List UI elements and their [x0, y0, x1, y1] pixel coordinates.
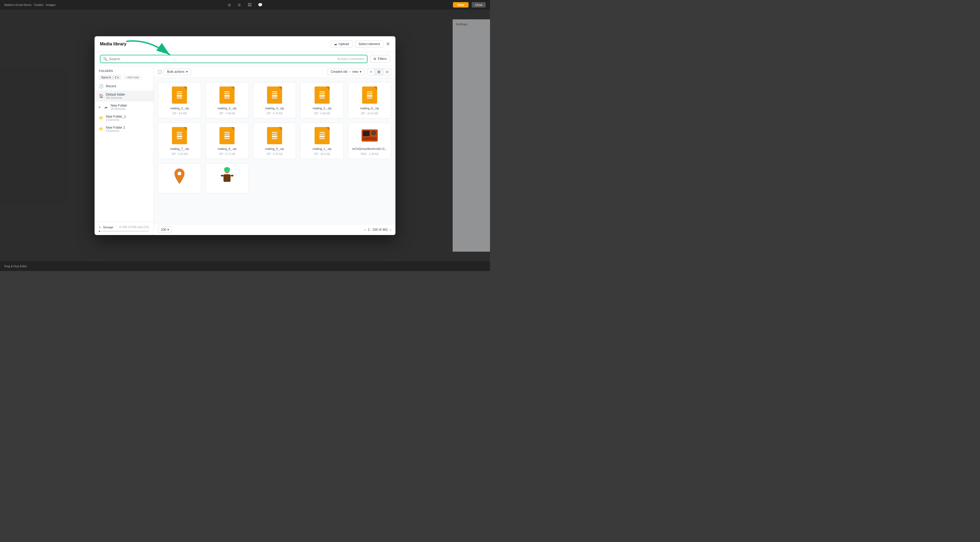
content-toolbar: Bulk actions ▾ Created old → new ▾ ≡: [154, 66, 395, 78]
select-all-checkbox[interactable]: [158, 70, 161, 73]
bottom-bar-editor-label: Drag & Drop Editor: [4, 265, 27, 268]
zip-file-icon: [315, 127, 329, 144]
svg-rect-2: [363, 131, 370, 136]
svg-point-6: [178, 172, 181, 175]
file-item[interactable]: mailing_4_.zip ZIP · 6.75 KB: [253, 82, 296, 118]
sort-chevron-icon: ▾: [360, 70, 361, 73]
file-item[interactable]: mailing_8_.zip ZIP · 5.71 KB: [205, 123, 249, 159]
file-item[interactable]: [158, 163, 201, 193]
file-item[interactable]: mailing_6_.zip ZIP · 10.15 KB: [348, 82, 391, 118]
per-page-select: 100 ▾: [158, 226, 172, 233]
pagination-next-button[interactable]: ›: [390, 227, 391, 232]
sidebar: Folders Name A → Z ▾ + Add folder 🕐 Re: [95, 66, 154, 235]
file-item[interactable]: mailing_3_.zip ZIP · 7.49 KB: [205, 82, 249, 118]
search-area: 🔍 At least 3 characters ⧉ Filters: [95, 52, 395, 66]
location-thumbnail: [174, 168, 185, 184]
file-grid: mailing_2_.zip ZIP · 6.8 KB mailing_3_.z…: [154, 78, 395, 224]
modal-header-actions: ☁ Upload Select element ✕: [331, 41, 390, 48]
upload-icon: ☁: [334, 42, 337, 46]
grid-view-button[interactable]: ⊞: [375, 68, 383, 75]
per-page-chevron-icon: ▾: [167, 228, 169, 232]
media-library-modal: Media library ☁ Upload Select element ✕: [95, 36, 395, 235]
search-icon: 🔍: [103, 57, 107, 61]
close-button[interactable]: Close: [472, 2, 486, 8]
svg-rect-9: [224, 174, 231, 182]
storage-bar: [99, 231, 149, 232]
sidebar-item-new-folder-1[interactable]: 📁 New Folder_1 0 Elements: [95, 113, 153, 124]
file-item[interactable]: mailing_1_.zip ZIP · 32.9 KB: [300, 123, 344, 159]
file-item[interactable]: mailing_2_.zip ZIP · 6.8 KB: [158, 82, 201, 118]
svg-point-8: [224, 167, 230, 172]
filter-icon: ⧉: [374, 57, 376, 61]
home-icon: 🏠: [99, 94, 103, 98]
clock-icon: 🕐: [99, 84, 103, 88]
search-input[interactable]: [109, 57, 337, 61]
editor-area: Settings Media library ☁ Upload Select e…: [0, 10, 490, 261]
modal-header: Media library ☁ Upload Select element ✕: [95, 36, 395, 52]
sidebar-item-default-folder[interactable]: 🏠 Default folder 465 Elements: [95, 91, 153, 102]
folder2-icon: 📁: [99, 127, 103, 131]
folder-controls: Name A → Z ▾ + Add folder: [95, 74, 153, 82]
select-element-button[interactable]: Select element: [355, 41, 383, 48]
bulk-actions-button[interactable]: Bulk actions ▾: [164, 68, 191, 75]
file-item[interactable]: [205, 163, 249, 193]
chat-icon[interactable]: 💬: [258, 3, 262, 7]
top-bar: Maileon Email Demo · Guides · Images ⊞ 🖥…: [0, 0, 490, 10]
sort-button[interactable]: Created old → new ▾: [327, 68, 365, 75]
storage-bar-fill: [99, 231, 100, 232]
svg-point-4: [372, 132, 375, 134]
sidebar-item-recent[interactable]: 🕐 Recent: [95, 82, 153, 91]
zip-file-icon: [172, 127, 187, 144]
file-item[interactable]: mailing_9_.zip ZIP · 9.75 KB: [253, 123, 296, 159]
monitor-icon[interactable]: 🖥: [237, 3, 241, 7]
zip-file-icon: [315, 86, 329, 104]
content-footer: 100 ▾ ‹ 1 - 100 of 462: [154, 224, 395, 235]
svg-rect-11: [231, 175, 234, 176]
folders-header: Folders: [95, 66, 153, 74]
folder-icon: 📁: [99, 116, 103, 120]
device-thumbnail: [360, 128, 379, 143]
sidebar-item-new-folder-2[interactable]: 📁 New Folder 1 9 Elements: [95, 124, 153, 135]
file-item[interactable]: mCHQmwz8tnohroAO-G... PNG · 1.39 KB: [348, 123, 391, 159]
file-item[interactable]: mailing_7_.zip ZIP · 5.32 KB: [158, 123, 201, 159]
zip-file-icon: [172, 86, 187, 104]
pagination: ‹ 1 - 100 of 462 ›: [364, 227, 391, 232]
content-area: Bulk actions ▾ Created old → new ▾ ≡: [154, 66, 395, 235]
add-folder-button[interactable]: + Add folder: [123, 75, 142, 80]
modal-close-button[interactable]: ✕: [386, 41, 390, 47]
upload-button[interactable]: ☁ Upload: [331, 41, 352, 48]
modal-body: Folders Name A → Z ▾ + Add folder 🕐 Re: [95, 66, 395, 235]
app-title: Maileon Email Demo · Guides · Images: [4, 3, 56, 6]
view-toggle: ≡ ⊞ ⊟: [368, 68, 391, 75]
svg-rect-10: [221, 175, 224, 176]
search-box: 🔍 At least 3 characters: [100, 55, 368, 63]
zip-file-icon: [220, 127, 234, 144]
svg-rect-5: [363, 138, 376, 140]
cloud-icon: ☁: [104, 105, 108, 109]
top-bar-right: Save Close: [453, 2, 486, 8]
zip-file-icon: [220, 86, 234, 104]
grid-icon[interactable]: ⊞: [228, 3, 231, 7]
save-button[interactable]: Save: [453, 2, 469, 8]
file-item[interactable]: mailing_5_.zip ZIP · 5.36 KB: [300, 82, 344, 118]
zip-file-icon: [267, 86, 282, 104]
bottom-bar: Drag & Drop Editor: [0, 261, 490, 271]
name-sort-button[interactable]: Name A → Z ▾: [99, 75, 121, 80]
zip-file-icon: [362, 86, 377, 104]
storage-icon: ≡: [99, 225, 101, 229]
bulk-chevron-icon: ▾: [186, 70, 188, 73]
sidebar-item-new-folder[interactable]: ▶ ☁ New Folder 25 Elements: [95, 102, 153, 113]
list-view-button[interactable]: ≡: [368, 68, 374, 75]
pagination-prev-button[interactable]: ‹: [364, 227, 366, 232]
compact-view-button[interactable]: ⊟: [383, 68, 391, 75]
top-bar-center: ⊞ 🖥 🖼 💬: [228, 3, 262, 7]
modal-overlay: Media library ☁ Upload Select element ✕: [0, 10, 490, 261]
zip-file-icon: [267, 127, 282, 144]
modal-title: Media library: [100, 41, 127, 46]
storage-section: ≡ Storage 0.1GB of 5GB used (2%): [95, 222, 153, 235]
image-icon[interactable]: 🖼: [248, 3, 251, 7]
filters-button[interactable]: ⧉ Filters: [370, 55, 390, 63]
per-page-button[interactable]: 100 ▾: [158, 226, 172, 233]
chevron-icon: ▾: [118, 76, 119, 79]
expand-arrow-icon: ▶: [99, 106, 101, 108]
